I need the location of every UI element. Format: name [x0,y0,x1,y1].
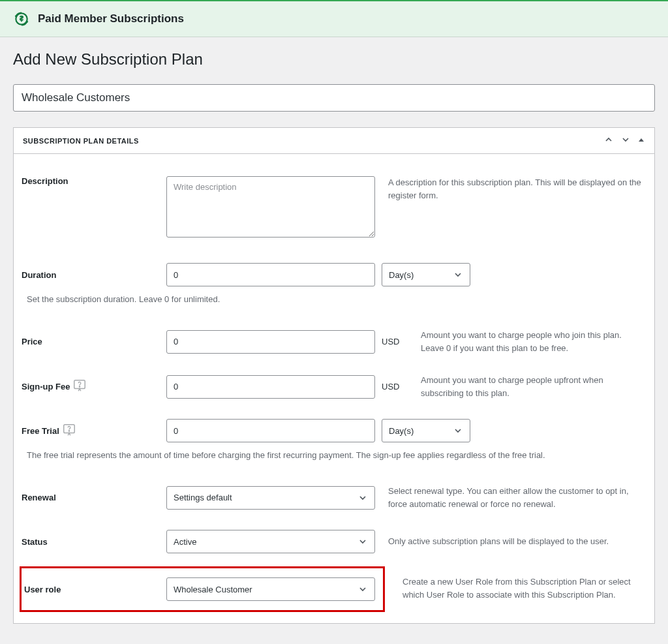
svg-point-4 [68,430,69,431]
duration-unit-select[interactable]: Day(s) [382,263,470,286]
free-trial-unit-value: Day(s) [389,426,414,436]
free-trial-input[interactable] [166,419,375,442]
help-status: Only active subscription plans will be d… [375,535,646,548]
help-renewal: Select renewal type. You can either allo… [375,485,646,510]
page-title: Add New Subscription Plan [13,50,655,69]
chevron-down-icon [453,269,463,280]
row-signup-fee: Sign-up Fee USD Amount you want to charg… [22,365,646,402]
label-signup-fee: Sign-up Fee [22,378,166,395]
label-price: Price [22,337,166,346]
duration-input[interactable] [166,263,375,286]
label-description: Description [22,176,166,186]
renewal-value: Settings default [174,493,232,502]
collapse-toggle-icon[interactable] [637,136,645,146]
user-role-highlight: User role Wholesale Customer [20,566,385,612]
price-input[interactable] [166,330,375,354]
description-textarea[interactable] [166,176,375,238]
metabox-header: SUBSCRIPTION PLAN DETAILS [14,128,654,154]
price-currency: USD [375,337,408,346]
row-free-trial: Free Trial Day(s) [22,410,646,445]
brand-logo-icon [13,10,30,27]
label-duration: Duration [22,270,166,280]
brand-header: Paid Member Subscriptions [0,0,668,37]
row-description: Description A description for this subsc… [22,162,646,242]
row-renewal: Renewal Settings default Select renewal … [22,476,646,513]
user-role-value: Wholesale Customer [174,585,252,594]
chevron-down-icon [357,493,368,503]
subscription-details-metabox: SUBSCRIPTION PLAN DETAILS Description A … [13,127,655,624]
svg-point-2 [80,386,80,387]
help-price: Amount you want to charge people who joi… [408,329,646,354]
move-down-icon[interactable] [620,134,631,147]
row-price: Price USD Amount you want to charge peop… [22,320,646,357]
renewal-select[interactable]: Settings default [166,486,375,510]
label-free-trial: Free Trial [22,423,166,439]
help-user-role: Create a new User Role from this Subscri… [383,562,646,610]
free-trial-unit-select[interactable]: Day(s) [382,419,470,442]
help-signup-fee: Amount you want to charge people upfront… [408,374,646,399]
label-user-role: User role [22,585,166,594]
note-free-trial: The free trial represents the amount of … [22,445,646,467]
signup-currency: USD [375,382,408,391]
row-status: Status Active Only active subscription p… [22,521,646,556]
label-status: Status [22,537,166,547]
row-duration: Duration Day(s) [22,254,646,289]
note-duration: Set the subscription duration. Leave 0 f… [22,289,646,311]
help-description: A description for this subscription plan… [375,176,646,202]
chevron-down-icon [453,425,463,436]
signup-fee-input[interactable] [166,375,375,399]
metabox-title: SUBSCRIPTION PLAN DETAILS [23,137,139,145]
chevron-down-icon [357,584,368,594]
chevron-down-icon [357,536,368,547]
user-role-select[interactable]: Wholesale Customer [166,577,375,601]
status-value: Active [174,537,196,547]
label-renewal: Renewal [22,493,166,502]
plan-title-input[interactable] [13,84,655,112]
brand-title: Paid Member Subscriptions [38,12,184,25]
status-select[interactable]: Active [166,530,375,553]
duration-unit-value: Day(s) [389,270,414,280]
help-icon[interactable] [72,378,87,395]
help-icon[interactable] [62,423,76,439]
move-up-icon[interactable] [603,134,614,147]
